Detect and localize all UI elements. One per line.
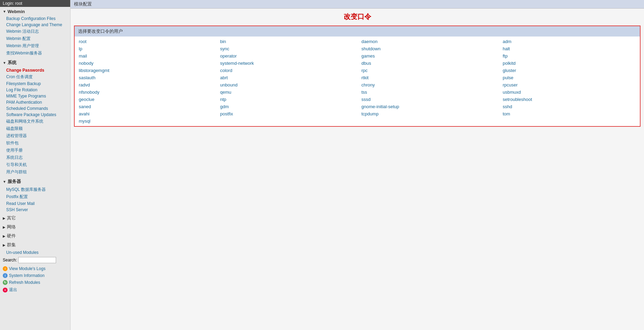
sidebar-item-unused[interactable]: Un-used Modules: [0, 249, 70, 256]
user-cell[interactable]: setroubleshoot: [498, 96, 640, 103]
user-cell[interactable]: qemu: [216, 89, 357, 96]
user-cell[interactable]: ftp: [498, 52, 640, 60]
group-network[interactable]: ▶ 网络: [0, 223, 70, 231]
user-cell[interactable]: [498, 117, 640, 125]
other-label: 其它: [7, 215, 16, 221]
user-cell[interactable]: nfsnobody: [75, 89, 216, 96]
sidebar-item-software-updates[interactable]: Software Package Updates: [0, 112, 70, 118]
user-cell[interactable]: halt: [498, 45, 640, 52]
user-cell[interactable]: abrt: [216, 74, 357, 81]
user-cell[interactable]: rtkit: [357, 74, 499, 81]
sidebar-item-config[interactable]: Webmin 配置: [0, 35, 70, 42]
cluster-arrow: ▶: [3, 243, 6, 247]
user-cell[interactable]: sync: [216, 45, 357, 52]
webmin-arrow: ▼: [3, 10, 6, 13]
user-cell[interactable]: shutdown: [357, 45, 499, 52]
user-cell[interactable]: [357, 117, 499, 125]
sidebar-item-scheduled[interactable]: Scheduled Commands: [0, 105, 70, 112]
group-cluster[interactable]: ▶ 群集: [0, 240, 70, 249]
sidebar-item-cron[interactable]: Cron 任务调度: [0, 73, 70, 81]
sidebar-item-process[interactable]: 进程管理器: [0, 132, 70, 140]
user-cell[interactable]: tcpdump: [357, 110, 499, 117]
other-arrow: ▶: [3, 216, 6, 220]
user-cell[interactable]: [216, 117, 357, 125]
sidebar-item-activity[interactable]: Webmin 活动日志: [0, 28, 70, 35]
user-cell[interactable]: radvd: [75, 81, 216, 89]
user-cell[interactable]: ntp: [216, 96, 357, 103]
user-cell[interactable]: dbus: [357, 60, 499, 67]
sidebar-item-disk-quota[interactable]: 磁盘限额: [0, 125, 70, 132]
sidebar-item-backup[interactable]: Backup Configuration Files: [0, 16, 70, 22]
refresh-modules-link[interactable]: ↻ Refresh Modules: [0, 279, 70, 286]
system-info-link[interactable]: i System Information: [0, 272, 70, 279]
user-cell[interactable]: sshd: [498, 103, 640, 110]
user-cell[interactable]: adm: [498, 38, 640, 45]
user-cell[interactable]: tom: [498, 110, 640, 117]
logout-link[interactable]: × 退出: [0, 286, 70, 294]
user-cell[interactable]: bin: [216, 38, 357, 45]
sidebar-item-syslog[interactable]: 系统日志: [0, 154, 70, 161]
user-cell[interactable]: geoclue: [75, 96, 216, 103]
user-cell[interactable]: games: [357, 52, 499, 60]
user-cell[interactable]: usbmuxd: [498, 89, 640, 96]
user-cell[interactable]: mail: [75, 52, 216, 60]
user-cell[interactable]: polkitd: [498, 60, 640, 67]
user-cell[interactable]: saned: [75, 103, 216, 110]
network-label: 网络: [7, 224, 16, 230]
user-cell[interactable]: daemon: [357, 38, 499, 45]
user-cell[interactable]: nobody: [75, 60, 216, 67]
user-cell[interactable]: rpcuser: [498, 81, 640, 89]
user-cell[interactable]: tss: [357, 89, 499, 96]
refresh-modules-label: Refresh Modules: [9, 280, 40, 285]
sidebar-item-ssh[interactable]: SSH Server: [0, 207, 70, 213]
user-cell[interactable]: operator: [216, 52, 357, 60]
server-group-label: 服务器: [8, 178, 21, 185]
group-hardware[interactable]: ▶ 硬件: [0, 231, 70, 240]
sidebar-item-change-passwords[interactable]: Change Passwords: [0, 67, 70, 73]
sidebar-item-find[interactable]: 查找Webmin服务器: [0, 50, 70, 57]
view-module-logs-link[interactable]: ! View Module's Logs: [0, 265, 70, 272]
server-group-header[interactable]: ▼ 服务器: [0, 177, 70, 186]
view-logs-label: View Module's Logs: [9, 266, 45, 271]
user-cell[interactable]: systemd-network: [216, 60, 357, 67]
user-cell[interactable]: gdm: [216, 103, 357, 110]
sidebar-item-mysql[interactable]: MySQL 数据库服务器: [0, 186, 70, 193]
system-group-header[interactable]: ▼ 系统: [0, 58, 70, 67]
user-cell[interactable]: lp: [75, 45, 216, 52]
group-other[interactable]: ▶ 其它: [0, 214, 70, 223]
user-cell[interactable]: gluster: [498, 67, 640, 74]
webmin-group-header[interactable]: ▼ Webmin: [0, 8, 70, 16]
sidebar-item-manual[interactable]: 使用手册: [0, 147, 70, 154]
sidebar-item-boot[interactable]: 引导和关机: [0, 161, 70, 168]
system-info-label: System Information: [9, 273, 44, 278]
user-cell[interactable]: chrony: [357, 81, 499, 89]
network-arrow: ▶: [3, 225, 6, 229]
user-cell[interactable]: sssd: [357, 96, 499, 103]
sidebar-item-language[interactable]: Change Language and Theme: [0, 22, 70, 28]
user-cell[interactable]: gnome-initial-setup: [357, 103, 499, 110]
user-cell[interactable]: root: [75, 38, 216, 45]
module-bar: 模块配置: [71, 0, 644, 9]
sidebar-item-read-mail[interactable]: Read User Mail: [0, 200, 70, 207]
user-cell[interactable]: mysql: [75, 117, 216, 125]
sidebar-item-software[interactable]: 软件包: [0, 140, 70, 147]
system-group-label: 系统: [8, 60, 17, 66]
sidebar-item-log-rotation[interactable]: Log File Rotation: [0, 87, 70, 93]
sidebar-item-pam[interactable]: PAM Authentication: [0, 99, 70, 105]
user-cell[interactable]: saslauth: [75, 74, 216, 81]
search-input[interactable]: [18, 257, 56, 263]
user-cell[interactable]: pulse: [498, 74, 640, 81]
sidebar-item-mime[interactable]: MIME Type Programs: [0, 93, 70, 99]
sidebar-item-postfix[interactable]: Postfix 配置: [0, 193, 70, 200]
user-cell[interactable]: postfix: [216, 110, 357, 117]
user-cell[interactable]: colord: [216, 67, 357, 74]
sidebar-item-filesystem-backup[interactable]: Filesystem Backup: [0, 81, 70, 87]
sidebar-item-disk-network[interactable]: 磁盘和网络文件系统: [0, 118, 70, 125]
sidebar-item-users-groups[interactable]: 用户与群组: [0, 168, 70, 176]
user-cell[interactable]: avahi: [75, 110, 216, 117]
users-table: 选择要改变口令的用户 rootbindaemonadmlpsyncshutdow…: [74, 25, 641, 127]
user-cell[interactable]: rpc: [357, 67, 499, 74]
sidebar-item-user-mgmt[interactable]: Webmin 用户管理: [0, 42, 70, 50]
user-cell[interactable]: unbound: [216, 81, 357, 89]
user-cell[interactable]: libstoragemgmt: [75, 67, 216, 74]
